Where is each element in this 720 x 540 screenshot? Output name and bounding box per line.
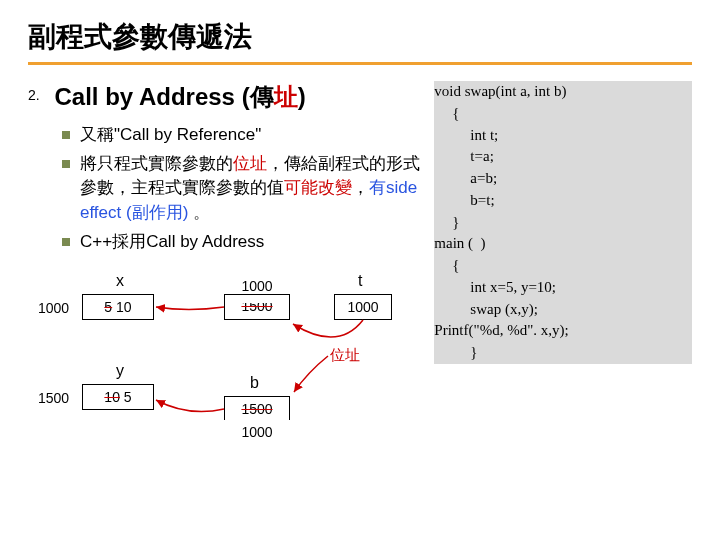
code-box: void swap(int a, int b) { int t; t=a; a=… xyxy=(434,81,692,364)
list-item: C++採用Call by Address xyxy=(62,230,424,255)
cell-t: 1000 xyxy=(334,294,392,320)
addr-label: 位址 xyxy=(330,346,360,365)
bullet-text: ， xyxy=(352,178,369,197)
left-column: 2. Call by Address (傳址) 又稱"Call by Refer… xyxy=(28,81,424,462)
code-line: } xyxy=(434,342,692,364)
content-area: 2. Call by Address (傳址) 又稱"Call by Refer… xyxy=(28,81,692,462)
section-heading: Call by Address (傳址) xyxy=(54,83,305,110)
label-x: x xyxy=(116,272,124,290)
cell-y: 10 5 xyxy=(82,384,154,410)
bullet-text: C++採用Call by Address xyxy=(80,232,264,251)
cell-x-old: 5 xyxy=(104,299,112,315)
cell-b-new: 1000 xyxy=(224,420,290,446)
heading-red: 址 xyxy=(274,83,298,110)
cell-t-val: 1000 xyxy=(347,299,378,315)
cell-x-new: 10 xyxy=(116,299,132,315)
code-line: void swap(int a, int b) xyxy=(434,81,692,103)
label-y: y xyxy=(116,362,124,380)
code-line: { xyxy=(434,103,692,125)
cell-a-border xyxy=(224,294,290,320)
cell-b-new-v: 1000 xyxy=(241,424,272,440)
heading-post: ) xyxy=(298,83,306,110)
bullet-text: 又稱"Call by Reference" xyxy=(80,125,261,144)
code-line: b=t; xyxy=(434,190,692,212)
bullet-red: 位址 xyxy=(233,154,267,173)
cell-b: 1500 xyxy=(224,396,290,422)
code-line: a=b; xyxy=(434,168,692,190)
addr-y: 1500 xyxy=(38,390,69,406)
code-line: swap (x,y); xyxy=(434,299,692,321)
bullet-text: 將只程式實際參數的 xyxy=(80,154,233,173)
code-line: Printf("%d, %d". x,y); xyxy=(434,320,692,342)
cell-b-old: 1500 xyxy=(241,401,272,417)
label-b: b xyxy=(250,374,259,392)
code-line: main ( ) xyxy=(434,233,692,255)
label-t: t xyxy=(358,272,362,290)
memory-diagram: x 1000 5 10 y 1500 10 5 a 1500 1000 b xyxy=(38,272,424,462)
code-line: int t; xyxy=(434,125,692,147)
right-column: void swap(int a, int b) { int t; t=a; a=… xyxy=(434,81,692,462)
code-line: { xyxy=(434,255,692,277)
code-line: } xyxy=(434,212,692,234)
cell-y-new: 5 xyxy=(124,389,132,405)
cell-a-new-v: 1000 xyxy=(241,278,272,294)
section-number: 2. xyxy=(28,87,50,103)
code-line: int x=5, y=10; xyxy=(434,277,692,299)
bullet-list: 又稱"Call by Reference" 將只程式實際參數的位址，傳給副程式的… xyxy=(62,123,424,254)
slide-title: 副程式參數傳遞法 xyxy=(28,18,692,65)
cell-x: 5 10 xyxy=(82,294,154,320)
addr-x: 1000 xyxy=(38,300,69,316)
bullet-text: 。 xyxy=(188,203,210,222)
cell-y-old: 10 xyxy=(104,389,120,405)
code-line: t=a; xyxy=(434,146,692,168)
list-item: 將只程式實際參數的位址，傳給副程式的形式參數，主程式實際參數的值可能改變，有si… xyxy=(62,152,424,226)
list-item: 又稱"Call by Reference" xyxy=(62,123,424,148)
bullet-red: 可能改變 xyxy=(284,178,352,197)
heading-pre: Call by Address (傳 xyxy=(54,83,273,110)
